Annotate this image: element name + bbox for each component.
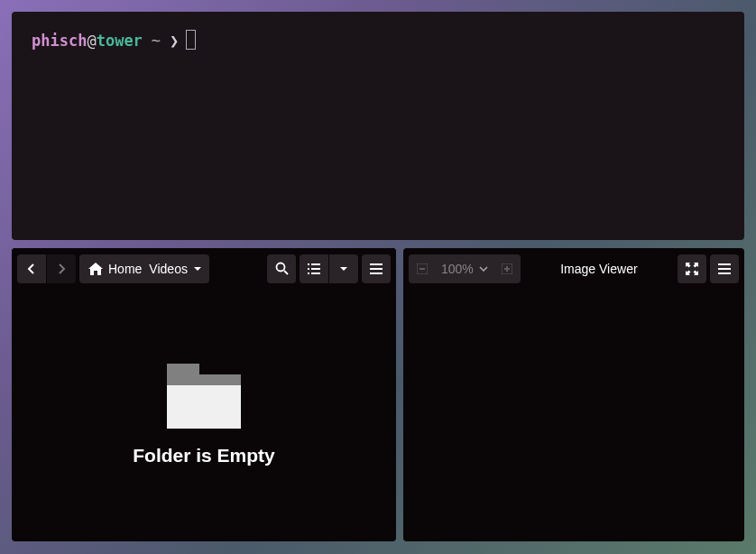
file-manager-window: Home Videos Folder is bbox=[12, 248, 396, 541]
svg-rect-3 bbox=[311, 263, 320, 265]
empty-folder-icon bbox=[167, 364, 241, 429]
svg-rect-15 bbox=[506, 266, 508, 272]
svg-rect-2 bbox=[308, 263, 309, 265]
terminal-window[interactable]: phisch@tower~❯ bbox=[12, 12, 744, 240]
hamburger-icon bbox=[718, 263, 731, 274]
prompt-username: phisch bbox=[32, 32, 87, 50]
zoom-in-button[interactable] bbox=[493, 254, 521, 283]
forward-button[interactable] bbox=[47, 254, 76, 283]
image-viewer-content bbox=[403, 289, 744, 541]
plus-icon bbox=[502, 263, 512, 274]
breadcrumb-home-label: Home bbox=[108, 262, 142, 276]
svg-rect-12 bbox=[419, 268, 425, 270]
breadcrumb-current[interactable]: Videos bbox=[149, 262, 206, 276]
view-mode-button[interactable] bbox=[300, 254, 328, 283]
svg-line-1 bbox=[284, 271, 288, 274]
search-icon bbox=[275, 262, 289, 275]
search-button[interactable] bbox=[267, 254, 296, 283]
svg-rect-18 bbox=[718, 272, 731, 274]
image-viewer-title: Image Viewer bbox=[524, 262, 674, 276]
breadcrumb[interactable]: Home Videos bbox=[79, 254, 209, 283]
svg-rect-9 bbox=[370, 268, 383, 270]
chevron-left-icon bbox=[27, 263, 36, 275]
svg-rect-16 bbox=[718, 263, 731, 265]
hamburger-icon bbox=[370, 263, 383, 274]
minus-icon bbox=[417, 263, 428, 274]
file-manager-content: Folder is Empty bbox=[12, 289, 396, 541]
empty-folder-label: Folder is Empty bbox=[133, 445, 275, 466]
home-icon bbox=[88, 263, 103, 275]
fullscreen-icon bbox=[686, 263, 698, 275]
zoom-level-text: 100% bbox=[441, 262, 474, 276]
terminal-cursor bbox=[186, 30, 196, 50]
svg-rect-10 bbox=[370, 272, 383, 274]
breadcrumb-current-label: Videos bbox=[149, 262, 188, 276]
svg-rect-6 bbox=[308, 272, 309, 274]
zoom-control: 100% bbox=[409, 254, 521, 283]
svg-rect-5 bbox=[311, 268, 320, 270]
view-options-button[interactable] bbox=[329, 254, 358, 283]
chevron-right-icon bbox=[57, 263, 66, 275]
chevron-down-icon bbox=[339, 266, 348, 272]
list-view-icon bbox=[308, 263, 320, 274]
svg-rect-4 bbox=[308, 268, 309, 270]
image-viewer-window: 100% Image Viewer bbox=[403, 248, 744, 541]
prompt-arrow: ❯ bbox=[170, 32, 179, 50]
file-manager-headerbar: Home Videos bbox=[12, 248, 396, 289]
zoom-level[interactable]: 100% bbox=[436, 262, 493, 276]
prompt-hostname: tower bbox=[97, 32, 143, 50]
prompt-path: ~ bbox=[152, 32, 161, 50]
image-viewer-menu-button[interactable] bbox=[710, 254, 739, 283]
fullscreen-button[interactable] bbox=[678, 254, 706, 283]
svg-rect-8 bbox=[370, 263, 383, 265]
dropdown-icon bbox=[193, 266, 202, 272]
svg-point-0 bbox=[276, 263, 284, 272]
image-viewer-headerbar: 100% Image Viewer bbox=[403, 248, 744, 289]
svg-rect-7 bbox=[311, 272, 320, 274]
chevron-down-icon bbox=[479, 266, 488, 272]
zoom-out-button[interactable] bbox=[409, 254, 436, 283]
svg-rect-17 bbox=[718, 268, 731, 270]
breadcrumb-home[interactable]: Home bbox=[88, 262, 142, 276]
prompt-at-sign: @ bbox=[87, 32, 96, 50]
hamburger-menu-button[interactable] bbox=[362, 254, 391, 283]
back-button[interactable] bbox=[17, 254, 46, 283]
